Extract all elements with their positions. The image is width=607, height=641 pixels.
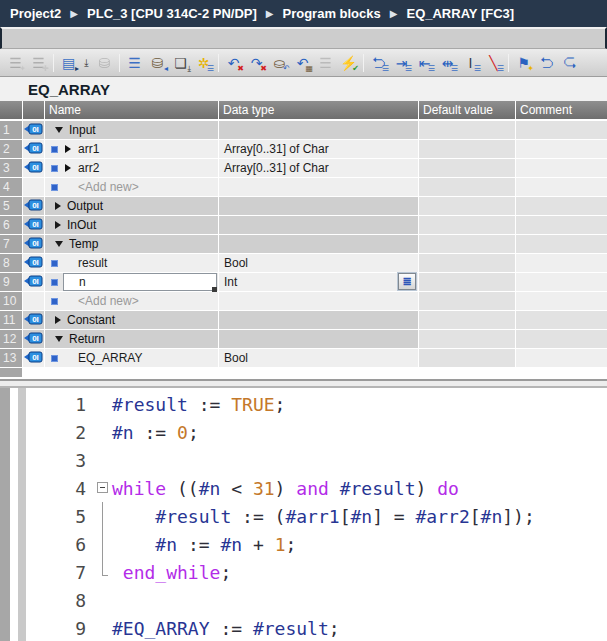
name-cell[interactable]: arr1: [45, 140, 218, 158]
comment-cell[interactable]: [516, 273, 607, 291]
data-type-cell[interactable]: Array[0..31] of Char: [219, 140, 418, 158]
default-value-cell[interactable]: [419, 216, 515, 234]
collapse-icon[interactable]: [55, 241, 63, 247]
browse-list-icon[interactable]: ≣: [398, 273, 416, 290]
expand-icon[interactable]: [55, 221, 61, 229]
name-cell[interactable]: Input: [45, 121, 218, 139]
default-value-cell[interactable]: [419, 311, 515, 329]
data-type-cell[interactable]: [219, 235, 418, 253]
add-row-icon[interactable]: ☰✚: [27, 51, 50, 74]
default-value-cell[interactable]: [419, 273, 515, 291]
table-row[interactable]: 90InInt≣: [0, 273, 607, 291]
comment-cell[interactable]: [516, 235, 607, 253]
column-header-comment[interactable]: Comment: [516, 101, 607, 119]
snapshot-in-icon[interactable]: ⛁◂: [146, 51, 169, 74]
indent-right-icon[interactable]: ⇥☰: [390, 51, 413, 74]
default-value-cell[interactable]: [419, 349, 515, 367]
name-cell[interactable]: Output: [45, 197, 218, 215]
code-line[interactable]: 9#EQ_ARRAY := #result;: [0, 614, 607, 641]
scl-code-editor[interactable]: 1#result := TRUE;2#n := 0;34while ((#n <…: [0, 388, 607, 641]
data-type-cell[interactable]: Bool: [219, 254, 418, 272]
name-cell[interactable]: EQ_ARRAY: [45, 349, 218, 367]
expand-array-icon[interactable]: [65, 164, 71, 172]
data-type-cell[interactable]: Array[0..31] of Char: [219, 159, 418, 177]
column-header-data-type[interactable]: Data type: [219, 101, 418, 119]
comment-cell[interactable]: [516, 254, 607, 272]
table-row[interactable]: 80IresultBool: [0, 254, 607, 272]
expand-all-icon[interactable]: ☰: [314, 51, 337, 74]
breadcrumb-item[interactable]: PLC_3 [CPU 314C-2 PN/DP]: [87, 6, 257, 21]
code-line[interactable]: 6 #n := #n + 1;: [0, 530, 607, 558]
code-line[interactable]: 7 end_while;: [0, 558, 607, 586]
row-number[interactable]: 6: [0, 216, 22, 234]
table-row[interactable]: 130IEQ_ARRAYBool: [0, 349, 607, 367]
row-number[interactable]: 10: [0, 292, 22, 310]
code-line[interactable]: 4while ((#n < 31) and #result) do: [0, 474, 607, 502]
default-value-cell[interactable]: [419, 159, 515, 177]
default-value-cell[interactable]: [419, 235, 515, 253]
data-type-cell[interactable]: [219, 216, 418, 234]
data-type-cell[interactable]: [219, 121, 418, 139]
collapse-icon[interactable]: [55, 336, 63, 342]
monitor-off-icon[interactable]: ↷✖: [245, 51, 268, 74]
breadcrumb-item[interactable]: Project2: [10, 6, 61, 21]
indent-left-icon[interactable]: ⇤☰: [413, 51, 436, 74]
absolute-operands-icon[interactable]: I☰: [459, 51, 482, 74]
row-number[interactable]: 13: [0, 349, 22, 367]
name-cell[interactable]: Constant: [45, 311, 218, 329]
default-value-cell[interactable]: [419, 121, 515, 139]
code-line[interactable]: 1#result := TRUE;: [0, 390, 607, 418]
expand-icon[interactable]: [55, 316, 61, 324]
consistency-check-icon[interactable]: ⚡✔: [337, 51, 360, 74]
data-type-cell[interactable]: [219, 330, 418, 348]
breadcrumb-item[interactable]: EQ_ARRAY [FC3]: [406, 6, 514, 21]
interface-layout-icon[interactable]: ☰: [123, 51, 146, 74]
comment-cell[interactable]: [516, 197, 607, 215]
row-number[interactable]: 2: [0, 140, 22, 158]
name-cell[interactable]: <Add new>: [45, 178, 218, 196]
insert-row-icon[interactable]: ☰✦: [4, 51, 27, 74]
code-line[interactable]: 2#n := 0;: [0, 418, 607, 446]
data-type-cell[interactable]: [219, 311, 418, 329]
table-row[interactable]: 50IOutput: [0, 197, 607, 215]
default-value-cell[interactable]: [419, 178, 515, 196]
code-line[interactable]: 8: [0, 586, 607, 614]
row-number[interactable]: 5: [0, 197, 22, 215]
table-code-splitter[interactable]: [0, 379, 607, 388]
table-row[interactable]: 120IReturn: [0, 330, 607, 348]
data-type-cell[interactable]: Int≣: [219, 273, 418, 291]
collapse-icon[interactable]: [55, 127, 63, 133]
name-cell[interactable]: arr2: [45, 159, 218, 177]
hide-comments-icon[interactable]: ╲☰: [482, 51, 505, 74]
table-row[interactable]: 20Iarr1Array[0..31] of Char: [0, 140, 607, 158]
comment-cell[interactable]: [516, 121, 607, 139]
goto-previous-icon[interactable]: ⮌☰: [367, 51, 390, 74]
row-number[interactable]: 8: [0, 254, 22, 272]
update-interface-icon[interactable]: ✲☰: [192, 51, 215, 74]
default-value-cell[interactable]: [419, 197, 515, 215]
fold-collapse-icon[interactable]: [97, 482, 108, 493]
snapshot-out-icon[interactable]: ❏⤓: [169, 51, 192, 74]
row-number[interactable]: 11: [0, 311, 22, 329]
breadcrumb-item[interactable]: Program blocks: [283, 6, 381, 21]
comment-cell[interactable]: [516, 216, 607, 234]
row-number[interactable]: 1: [0, 121, 22, 139]
row-number[interactable]: 3: [0, 159, 22, 177]
update-calls-icon[interactable]: ⇹☰: [436, 51, 459, 74]
keep-actual-values-icon[interactable]: ⛁: [93, 51, 116, 74]
name-edit-box[interactable]: n: [63, 273, 217, 291]
comment-cell[interactable]: [516, 140, 607, 158]
table-row[interactable]: 30Iarr2Array[0..31] of Char: [0, 159, 607, 177]
load-start-values-icon[interactable]: ⛀↶: [268, 51, 291, 74]
load-snapshot-icon[interactable]: ↶▦: [291, 51, 314, 74]
add-new-label[interactable]: <Add new>: [78, 180, 139, 194]
comment-cell[interactable]: [516, 330, 607, 348]
table-row[interactable]: 10IInput: [0, 121, 607, 139]
name-cell[interactable]: InOut: [45, 216, 218, 234]
column-header-name[interactable]: Name: [45, 101, 218, 119]
code-line[interactable]: 5 #result := (#arr1[#n] = #arr2[#n]);: [0, 502, 607, 530]
table-row[interactable]: 70ITemp: [0, 235, 607, 253]
default-value-cell[interactable]: [419, 254, 515, 272]
next-bookmark-icon[interactable]: ⮎: [558, 51, 581, 74]
table-row[interactable]: 110IConstant: [0, 311, 607, 329]
